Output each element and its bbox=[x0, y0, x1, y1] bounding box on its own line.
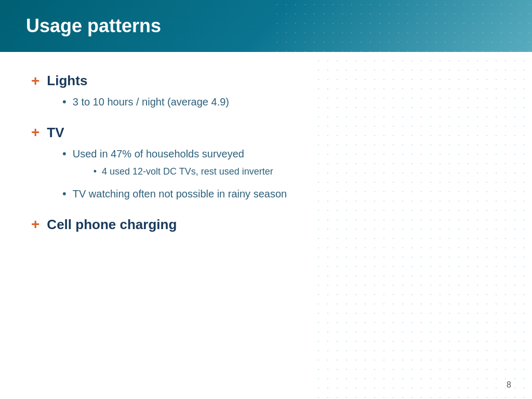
cellphone-section: + Cell phone charging bbox=[31, 217, 501, 233]
tv-header: + TV bbox=[31, 125, 501, 141]
tv-label: TV bbox=[47, 125, 64, 141]
header-dot-pattern bbox=[272, 0, 532, 52]
bullet-icon: • bbox=[62, 186, 66, 202]
lights-section: + Lights • 3 to 10 hours / night (averag… bbox=[31, 73, 501, 110]
tv-plus-icon: + bbox=[31, 125, 39, 140]
tv-bullet-1-text: Used in 47% of households surveyed bbox=[73, 148, 244, 159]
cellphone-header: + Cell phone charging bbox=[31, 217, 501, 233]
lights-plus-icon: + bbox=[31, 74, 39, 88]
tv-sub-bullets: • 4 used 12-volt DC TVs, rest used inver… bbox=[73, 165, 273, 179]
list-item: • TV watching often not possible in rain… bbox=[62, 186, 501, 202]
page-number: 8 bbox=[507, 380, 511, 390]
slide-header: Usage patterns bbox=[0, 0, 532, 52]
slide-title: Usage patterns bbox=[26, 15, 161, 37]
list-item: • 4 used 12-volt DC TVs, rest used inver… bbox=[94, 165, 273, 179]
cellphone-plus-icon: + bbox=[31, 217, 39, 232]
list-item: • 3 to 10 hours / night (average 4.9) bbox=[62, 94, 501, 110]
lights-bullets: • 3 to 10 hours / night (average 4.9) bbox=[31, 94, 501, 110]
cellphone-label: Cell phone charging bbox=[47, 217, 177, 233]
tv-bullets: • Used in 47% of households surveyed • 4… bbox=[31, 146, 501, 202]
lights-header: + Lights bbox=[31, 73, 501, 89]
tv-section: + TV • Used in 47% of households surveye… bbox=[31, 125, 501, 202]
tv-bullet-2-text: TV watching often not possible in rainy … bbox=[73, 186, 287, 202]
list-item: • Used in 47% of households surveyed • 4… bbox=[62, 146, 501, 182]
lights-bullet-text: 3 to 10 hours / night (average 4.9) bbox=[73, 94, 229, 110]
tv-sub-bullet-1-text: 4 used 12-volt DC TVs, rest used inverte… bbox=[102, 165, 273, 179]
lights-label: Lights bbox=[47, 73, 87, 89]
bullet-icon: • bbox=[62, 94, 66, 110]
bullet-icon: • bbox=[62, 146, 66, 162]
slide-content: + Lights • 3 to 10 hours / night (averag… bbox=[0, 52, 532, 263]
sub-bullet-icon: • bbox=[94, 165, 97, 179]
